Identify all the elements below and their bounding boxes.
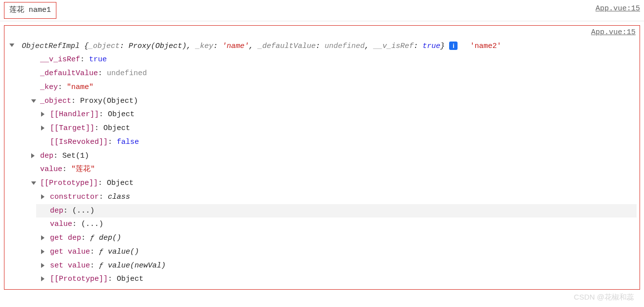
- log-value-2: name1: [29, 6, 51, 14]
- prop-target[interactable]: [[Target]]: Object: [36, 122, 637, 135]
- chevron-right-icon[interactable]: [31, 153, 35, 158]
- prop-handler[interactable]: [[Handler]]: Object: [36, 108, 637, 122]
- prop-get-value[interactable]: get value: ƒ value(): [36, 245, 637, 259]
- prop-key-field[interactable]: _key: "name": [26, 81, 637, 94]
- chevron-right-icon[interactable]: [41, 112, 45, 117]
- console-log-row-1: 莲花 name1 App.vue:15: [0, 0, 644, 21]
- object-tree: __v_isRef: true _defaultValue: undefined…: [7, 53, 637, 286]
- expand-arrow-icon[interactable]: [9, 44, 14, 47]
- chevron-down-icon[interactable]: [31, 99, 36, 103]
- trailing-arg: 'name2': [470, 42, 501, 50]
- prop-dep[interactable]: dep: Set(1): [26, 149, 637, 163]
- chevron-right-icon[interactable]: [41, 126, 45, 131]
- chevron-right-icon[interactable]: [41, 235, 45, 240]
- chevron-down-icon[interactable]: [31, 181, 36, 185]
- prop-isrevoked[interactable]: [[IsRevoked]]: false: [36, 135, 637, 149]
- chevron-right-icon[interactable]: [41, 249, 45, 254]
- prop-constructor[interactable]: constructor: class: [36, 190, 637, 204]
- watermark: CSDN @花椒和蕊: [574, 290, 634, 294]
- prop-value-getter[interactable]: value: (...): [36, 218, 637, 231]
- prop-value[interactable]: value: "莲花": [26, 163, 637, 176]
- console-log-row-2: App.vue:15 ObjectRefImpl {_object: Proxy…: [4, 25, 640, 290]
- prop-prototype[interactable]: [[Prototype]]: Object: [26, 176, 637, 190]
- highlight-box-1: 莲花 name1: [4, 2, 56, 19]
- class-name: ObjectRefImpl: [22, 42, 80, 50]
- source-link-2[interactable]: App.vue:15: [591, 28, 636, 37]
- chevron-right-icon[interactable]: [41, 263, 45, 268]
- prop-object[interactable]: _object: Proxy(Object): [26, 94, 637, 108]
- prop-defaultvalue[interactable]: _defaultValue: undefined: [26, 67, 637, 81]
- info-icon[interactable]: i: [449, 42, 458, 50]
- chevron-right-icon[interactable]: [41, 194, 45, 199]
- source-link-1[interactable]: App.vue:15: [596, 2, 640, 16]
- prop-get-dep[interactable]: get dep: ƒ dep(): [36, 231, 637, 245]
- prop-set-value[interactable]: set value: ƒ value(newVal): [36, 259, 637, 273]
- prop-prototype-inner[interactable]: [[Prototype]]: Object: [36, 272, 637, 286]
- prop-v-isref[interactable]: __v_isRef: true: [26, 53, 637, 67]
- prop-dep-getter[interactable]: dep: (...): [36, 204, 637, 218]
- log-value-1: 莲花: [9, 6, 24, 14]
- chevron-right-icon[interactable]: [41, 276, 45, 281]
- object-header[interactable]: ObjectRefImpl {_object: Proxy(Object), _…: [7, 40, 637, 53]
